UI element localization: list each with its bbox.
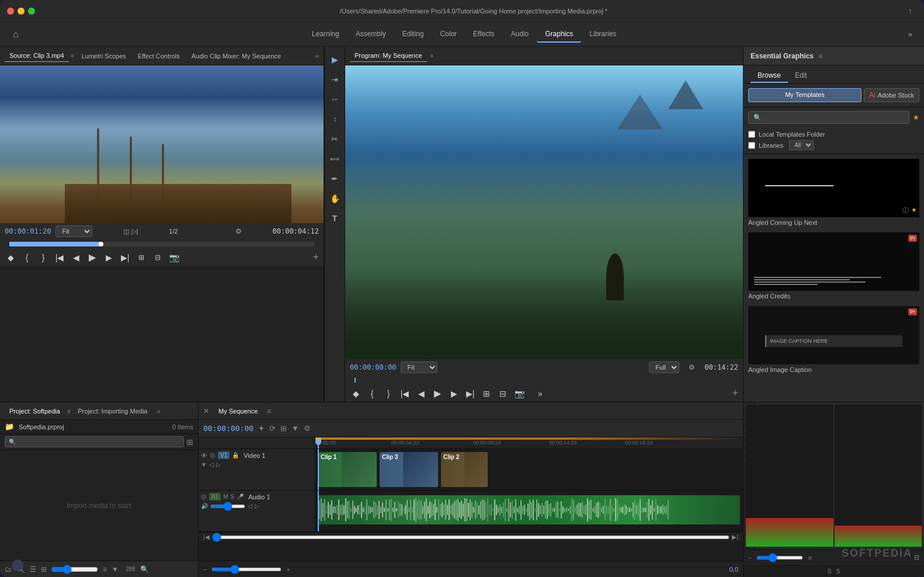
search-btn[interactable]: 🔍 <box>140 565 149 573</box>
eg-tab-browse[interactable]: Browse <box>751 69 788 83</box>
program-lift-btn[interactable]: ⊞ <box>481 389 492 398</box>
eg-search-input[interactable] <box>748 111 909 124</box>
tab-project-softpedia[interactable]: Project: Softpedia <box>5 406 65 416</box>
track-a1-left-btn[interactable]: ◁ <box>248 503 252 509</box>
program-tab-menu-icon[interactable]: ≡ <box>430 53 434 59</box>
sort-btn[interactable]: ≡ <box>103 565 107 573</box>
track-v1-lock-icon[interactable]: 🔒 <box>232 452 239 458</box>
source-play-btn[interactable]: ▶ <box>86 252 98 263</box>
track-select-tool-btn[interactable]: ⇥ <box>326 71 343 88</box>
track-v1-target-icon[interactable]: ◎ <box>210 451 216 459</box>
source-frame-back-icon[interactable]: ◫ <box>123 228 129 235</box>
program-add-btn[interactable]: + <box>732 387 738 399</box>
program-step-back-btn[interactable]: ◀ <box>415 389 427 398</box>
track-a1-label[interactable]: A1 <box>209 493 221 500</box>
zoom-slider[interactable] <box>51 565 98 574</box>
timeline-close-icon[interactable]: ✕ <box>203 407 209 415</box>
workspace-graphics[interactable]: Graphics <box>537 26 581 43</box>
rate-stretch-tool-btn[interactable]: ↕ <box>326 111 343 127</box>
eg-libraries-checkbox[interactable] <box>748 142 755 149</box>
eg-template-angled-credits[interactable]: Pr Angled Credits <box>748 232 919 301</box>
fullscreen-button[interactable] <box>28 8 35 15</box>
eg-zoom-slider[interactable] <box>756 556 803 559</box>
program-go-out-btn[interactable]: ▶| <box>464 389 476 398</box>
source-step-forward-btn[interactable]: ▶ <box>103 253 114 262</box>
tab-project-importing[interactable]: Project: Importing Media <box>73 406 152 416</box>
timeline-snap-btn[interactable]: ⊞ <box>280 424 287 433</box>
timeline-go-start-btn[interactable]: |◀ <box>203 534 210 540</box>
source-scrubber[interactable] <box>9 242 314 246</box>
track-v1-append-icon[interactable]: ▷ <box>216 461 221 468</box>
razor-tool-btn[interactable]: ✂ <box>326 131 343 147</box>
clip-2[interactable]: Clip 2 <box>441 452 488 487</box>
program-mark-in-btn[interactable]: { <box>366 389 378 398</box>
more-workspaces-button[interactable]: » <box>904 28 917 41</box>
source-add-marker-btn[interactable]: ◆ <box>5 253 16 262</box>
eg-template-angled-coming-up-next[interactable]: ⓘ ★ Angled Coming Up Next <box>748 159 919 228</box>
text-tool-btn[interactable]: T <box>326 210 343 227</box>
eg-panel-menu-icon[interactable]: ≡ <box>818 52 822 60</box>
program-go-in-btn[interactable]: |◀ <box>399 389 411 398</box>
workspace-audio[interactable]: Audio <box>503 26 537 43</box>
source-go-in-btn[interactable]: |◀ <box>54 253 65 262</box>
eg-adobe-stock-btn[interactable]: Ai Adobe Stock <box>864 88 919 102</box>
home-button[interactable]: ⌂ <box>7 26 25 43</box>
share-button[interactable]: ↑ <box>903 4 917 18</box>
program-settings-icon[interactable]: ⚙ <box>689 363 695 371</box>
tab-lumetri-scopes[interactable]: Lumetri Scopes <box>77 50 130 62</box>
eg-template-angled-image-caption[interactable]: IMAGE CAPTION HERE Pr Angled Image Capti… <box>748 306 919 375</box>
program-step-forward-btn[interactable]: ▶ <box>448 389 460 398</box>
tab-my-sequence[interactable]: My Sequence <box>214 406 262 416</box>
track-a1-mute-icon[interactable]: M <box>223 493 228 500</box>
program-resolution-dropdown[interactable]: Full 1/2 1/4 <box>649 362 679 373</box>
eg-my-templates-btn[interactable]: My Templates <box>748 88 862 102</box>
new-bin-btn[interactable]: 🗂 <box>5 565 12 573</box>
eg-tab-edit[interactable]: Edit <box>788 69 814 83</box>
list-view-btn[interactable]: ☰ <box>30 565 36 573</box>
timeline-marker-btn[interactable]: ▼ <box>291 424 299 433</box>
eg-zoom-slider-icon[interactable]: − <box>748 554 752 561</box>
clip-3[interactable]: Clip 3 <box>380 452 438 487</box>
tab-source-clip3[interactable]: Source: Clip 3.mp4 <box>5 50 69 62</box>
source-settings-icon[interactable]: ⚙ <box>235 227 242 235</box>
source-panel-expand[interactable]: » <box>315 52 319 60</box>
source-step-back-btn[interactable]: ◀ <box>70 253 82 262</box>
track-v1-expand-icon[interactable]: ▼ <box>201 461 207 468</box>
selection-tool-btn[interactable]: ▶ <box>326 51 343 68</box>
tab-program-sequence[interactable]: Program: My Sequence <box>350 50 427 62</box>
source-add-btn[interactable]: + <box>312 251 319 263</box>
timeline-zoom-in-btn[interactable]: + <box>286 566 290 573</box>
source-export-frame-btn[interactable]: 📷 <box>168 253 180 262</box>
timeline-tab-menu-icon[interactable]: ≡ <box>267 407 271 415</box>
timeline-settings-btn[interactable]: ⚙ <box>304 424 311 433</box>
close-button[interactable] <box>7 8 14 15</box>
source-mark-out-btn[interactable]: } <box>37 253 49 262</box>
track-v1-insert-icon[interactable]: ◁ <box>209 461 214 468</box>
source-tab-menu-icon[interactable]: ≡ <box>71 53 75 59</box>
minimize-button[interactable] <box>18 8 25 15</box>
workspace-effects[interactable]: Effects <box>465 26 502 43</box>
pen-tool-btn[interactable]: ✒ <box>326 171 343 187</box>
track-a1-solo-icon[interactable]: S <box>231 493 235 500</box>
source-go-out-btn[interactable]: ▶| <box>119 253 131 262</box>
track-a1-target-icon[interactable]: ◎ <box>201 493 207 500</box>
program-export-frame-btn[interactable]: 📷 <box>513 389 525 398</box>
program-play-btn[interactable]: ▶ <box>432 388 443 399</box>
program-fit-dropdown[interactable]: Fit 25% 50% 100% <box>401 362 437 373</box>
tab-audio-clip-mixer[interactable]: Audio Clip Mixer: My Sequence <box>187 50 286 62</box>
eg-template-info-icon[interactable]: ⓘ <box>902 206 909 215</box>
eg-favorites-star-icon[interactable]: ★ <box>913 113 919 121</box>
tab-effect-controls[interactable]: Effect Controls <box>133 50 185 62</box>
icon-view-btn[interactable]: ⊞ <box>41 565 47 573</box>
timeline-zoom-out-btn[interactable]: − <box>203 566 207 573</box>
eg-libraries-dropdown[interactable]: All <box>789 140 814 150</box>
program-more-btn[interactable]: » <box>534 389 546 398</box>
hand-tool-btn[interactable]: ✋ <box>326 190 343 207</box>
source-mark-in-btn[interactable]: { <box>21 253 33 262</box>
track-a1-right-btn[interactable]: ▷ <box>255 503 259 509</box>
eg-settings-icon[interactable]: ≡ <box>808 554 811 561</box>
eg-template-star-icon[interactable]: ★ <box>911 206 917 215</box>
timeline-link-btn[interactable]: ⟳ <box>269 424 276 433</box>
automate-btn[interactable]: ▼ <box>112 565 119 573</box>
track-a1-mic-icon[interactable]: 🎤 <box>237 493 244 500</box>
